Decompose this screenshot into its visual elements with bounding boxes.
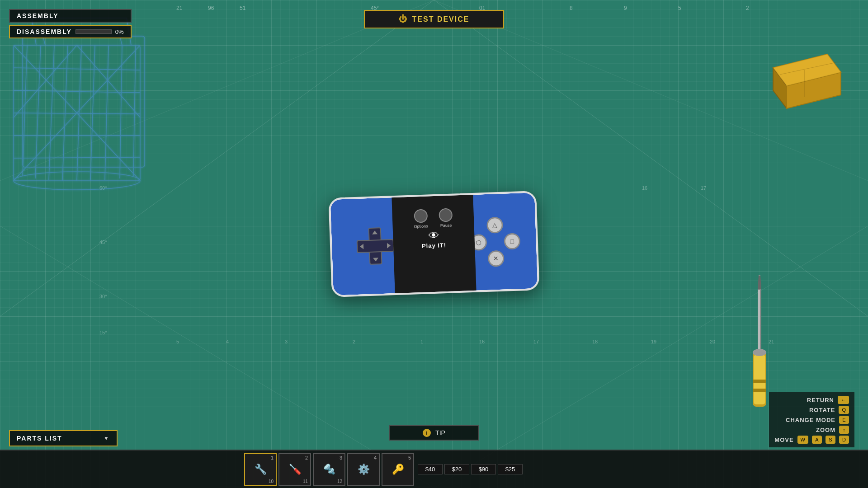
slot-count-1: 10: [269, 479, 274, 484]
eye-icon: 👁: [428, 230, 439, 242]
svg-text:16: 16: [479, 339, 485, 344]
pause-label: Pause: [440, 223, 452, 228]
price-tag-1: $40: [418, 464, 443, 474]
price-tag-4: $25: [498, 464, 523, 474]
svg-point-67: [753, 349, 766, 356]
right-controls-panel: RETURN ← ROTATE Q CHANGE MODE E ZOOM ↑ M…: [769, 392, 854, 447]
svg-text:51: 51: [240, 5, 246, 11]
change-mode-key: E: [839, 416, 849, 424]
control-zoom: ZOOM ↑: [816, 426, 849, 434]
slot-count-2: 11: [303, 479, 308, 484]
options-button: Options: [413, 209, 428, 229]
return-label: RETURN: [807, 397, 834, 404]
svg-text:21: 21: [176, 5, 183, 11]
tool-slot-1[interactable]: 1 🔧 10: [244, 453, 277, 486]
pause-button: Pause: [439, 208, 453, 228]
svg-text:18: 18: [592, 339, 598, 344]
disassembly-box: DISASSEMBLY 0%: [9, 25, 132, 38]
return-key: ←: [838, 396, 849, 404]
svg-rect-64: [758, 290, 760, 354]
disassembly-percent: 0%: [115, 28, 124, 35]
svg-marker-65: [758, 276, 761, 289]
slot-number-3: 3: [340, 455, 342, 460]
svg-text:4: 4: [226, 339, 229, 344]
disassembly-progress-bar: [75, 29, 112, 34]
svg-line-47: [14, 157, 140, 158]
svg-text:96: 96: [208, 5, 214, 11]
svg-text:8: 8: [570, 5, 573, 11]
game-device: △ ⬡ □ ✕ Options Pause: [328, 191, 539, 297]
svg-text:15°: 15°: [99, 330, 107, 335]
assembly-label: ASSEMBLY: [17, 12, 59, 19]
tool-icon-4: ⚙️: [358, 464, 370, 475]
slot-number-2: 2: [305, 455, 308, 460]
zoom-key: ↑: [839, 426, 849, 434]
test-device-label: TEST DEVICE: [412, 15, 470, 23]
play-it-text: Play IT!: [422, 242, 447, 249]
svg-text:45°: 45°: [99, 239, 107, 245]
tool-slots-container: 1 🔧 10 2 🪛 11 3 🔩 12 4 ⚙️ 5 🔑: [244, 453, 868, 486]
svg-text:2: 2: [353, 339, 355, 344]
svg-text:5: 5: [176, 339, 179, 344]
slot-number-4: 4: [374, 455, 377, 460]
top-left-ui: ASSEMBLY DISASSEMBLY 0%: [9, 9, 132, 38]
test-device-button[interactable]: ⏻ TEST DEVICE: [364, 10, 504, 28]
svg-text:20: 20: [710, 339, 715, 344]
parts-list-label: PARTS LIST: [17, 435, 62, 442]
move-key-a: A: [812, 436, 822, 444]
price-tags: $40 $20 $90 $25: [418, 464, 523, 474]
rotate-label: ROTATE: [809, 407, 835, 413]
control-return: RETURN ←: [807, 396, 849, 404]
svg-rect-61: [753, 380, 766, 383]
price-tag-2: $20: [444, 464, 469, 474]
svg-line-43: [14, 68, 140, 70]
svg-text:1: 1: [420, 339, 423, 344]
svg-text:16: 16: [642, 185, 647, 191]
power-icon: ⏻: [399, 14, 408, 24]
svg-text:2: 2: [746, 5, 749, 11]
device-center-section: Options Pause 👁 Play IT!: [392, 195, 476, 293]
svg-line-40: [105, 45, 108, 180]
svg-line-34: [23, 45, 27, 176]
svg-line-35: [35, 45, 41, 178]
svg-text:19: 19: [651, 339, 656, 344]
slot-number-1: 1: [271, 455, 274, 460]
tool-slot-4[interactable]: 4 ⚙️: [347, 453, 380, 486]
tool-slot-5[interactable]: 5 🔑: [382, 453, 414, 486]
slot-count-3: 12: [337, 479, 342, 484]
disassembly-label: DISASSEMBLY: [17, 28, 72, 35]
svg-text:30°: 30°: [99, 294, 107, 299]
price-tag-3: $90: [471, 464, 496, 474]
play-it-logo: 👁 Play IT!: [393, 229, 475, 250]
change-mode-label: CHANGE MODE: [786, 417, 835, 423]
bottom-toolbar: 1 🔧 10 2 🪛 11 3 🔩 12 4 ⚙️ 5 🔑: [0, 450, 868, 488]
tip-icon: i: [423, 429, 431, 437]
move-key-w: W: [797, 436, 808, 444]
svg-text:9: 9: [624, 5, 627, 11]
tool-slot-2[interactable]: 2 🪛 11: [278, 453, 311, 486]
dpad: [356, 227, 395, 265]
zoom-label: ZOOM: [816, 427, 835, 433]
move-key-d: D: [839, 436, 849, 444]
tool-icon-5: 🔑: [392, 464, 404, 475]
control-move: MOVE W A S D: [774, 436, 849, 444]
move-label: MOVE: [774, 436, 793, 443]
assembly-box: ASSEMBLY: [9, 9, 132, 23]
parts-list-button[interactable]: PARTS LIST ▼: [9, 430, 118, 446]
tool-icon-2: 🪛: [289, 464, 301, 475]
chevron-down-icon: ▼: [104, 435, 110, 441]
svg-text:17: 17: [701, 185, 706, 191]
tool-slot-3[interactable]: 3 🔩 12: [313, 453, 345, 486]
svg-line-51: [14, 45, 77, 117]
device-body: △ ⬡ □ ✕ Options Pause: [328, 191, 539, 297]
tip-bar: i TIP: [389, 425, 479, 441]
center-buttons-row: Options Pause: [392, 195, 474, 230]
svg-line-37: [62, 45, 68, 181]
slot-number-5: 5: [408, 455, 411, 460]
svg-rect-62: [753, 389, 766, 392]
control-change-mode: CHANGE MODE E: [786, 416, 849, 424]
move-key-s: S: [826, 436, 835, 444]
tool-icon-3: 🔩: [323, 464, 335, 475]
yellow-storage-box: [764, 45, 845, 113]
action-buttons: △ ⬡ □ ✕: [470, 216, 521, 267]
